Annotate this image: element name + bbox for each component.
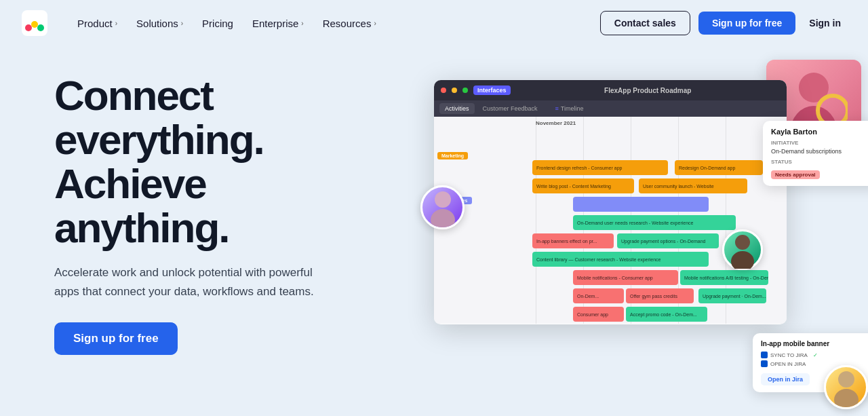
initiative-value: On-Demand subscriptions xyxy=(771,148,868,155)
signup-button-nav[interactable]: Sign up for free xyxy=(698,12,795,35)
timeline-row: Mobile notifications A/B testing - On-De… xyxy=(680,270,768,285)
check-icon: ✓ xyxy=(813,352,818,358)
svg-point-1 xyxy=(25,24,32,31)
jira-icon xyxy=(761,360,768,367)
topbar-tag: Interfaces xyxy=(473,86,511,95)
timeline-row xyxy=(573,197,709,212)
svg-point-3 xyxy=(37,24,44,31)
mockup-timeline: Interfaces FlexApp Product Roadmap Activ… xyxy=(434,80,787,324)
signin-button[interactable]: Sign in xyxy=(804,12,846,35)
timeline-row: Upgrade payment options - On-Demand xyxy=(617,233,719,248)
tab-customer-feedback[interactable]: Customer Feedback xyxy=(477,103,543,114)
chevron-down-icon: › xyxy=(374,20,376,27)
timeline-row: On-Demand user needs research - Website … xyxy=(573,215,736,230)
avatar-mid xyxy=(722,229,763,270)
timeline-row: Accept promo code - On-Dem... xyxy=(626,307,707,322)
timeline-row: Mobile notifications - Consumer app xyxy=(573,270,678,285)
info-card: Kayla Barton INITIATIVE On-Demand subscr… xyxy=(763,121,868,186)
chevron-down-icon: › xyxy=(181,20,183,27)
svg-point-9 xyxy=(435,191,451,208)
nav-product[interactable]: Product › xyxy=(69,12,125,35)
status-label: STATUS xyxy=(771,159,868,165)
initiative-label: INITIATIVE xyxy=(771,140,868,146)
banner-title: In-app mobile banner xyxy=(761,340,868,347)
logo[interactable] xyxy=(22,10,47,36)
status-badge: Needs approval xyxy=(771,170,820,179)
timeline-row: Content library — Customer research - We… xyxy=(532,252,709,267)
jira-icon xyxy=(761,352,768,358)
hero-text: Connect everything. Achieve anything. Ac… xyxy=(54,67,393,355)
nav-actions: Contact sales Sign up for free Sign in xyxy=(600,11,846,35)
banner-row-1: SYNC TO JIRA ✓ xyxy=(761,352,868,358)
timeline-row: Upgrade payment · On-Dem... xyxy=(698,288,766,303)
svg-point-11 xyxy=(735,235,750,250)
mockup-tabs: Activities Customer Feedback ≡ Timeline xyxy=(434,100,787,117)
chevron-down-icon: › xyxy=(301,20,303,27)
tab-activities[interactable]: Activities xyxy=(439,103,475,114)
info-name: Kayla Barton xyxy=(771,128,868,136)
signup-button-hero[interactable]: Sign up for free xyxy=(54,322,178,355)
timeline-row: On-Dem... xyxy=(573,288,624,303)
avatar-left xyxy=(420,185,465,229)
timeline-area: November 2021 Marketing Frontend design … xyxy=(434,117,787,324)
mockup-title: FlexApp Product Roadmap xyxy=(516,87,780,94)
open-jira-button[interactable]: Open in Jira xyxy=(761,373,810,385)
nav-links: Product › Solutions › Pricing Enterprise… xyxy=(69,12,600,35)
chevron-down-icon: › xyxy=(115,20,117,27)
timeline-row: Write blog post - Content Marketing xyxy=(532,178,634,193)
group-marketing: Marketing xyxy=(437,152,468,159)
hero-subtext: Accelerate work and unlock potential wit… xyxy=(54,263,339,300)
tab-timeline[interactable]: ≡ Timeline xyxy=(550,103,589,114)
timeline-row: User community launch - Website xyxy=(639,178,747,193)
contact-sales-button[interactable]: Contact sales xyxy=(600,11,690,35)
svg-point-7 xyxy=(838,371,854,387)
svg-point-10 xyxy=(431,209,455,228)
svg-point-12 xyxy=(731,251,754,269)
nav-pricing[interactable]: Pricing xyxy=(194,12,241,35)
timeline-row: Redesign On-Demand app xyxy=(675,160,763,175)
mockup-topbar: Interfaces FlexApp Product Roadmap xyxy=(434,80,787,100)
timeline-row: Consumer app xyxy=(573,307,624,322)
svg-point-2 xyxy=(31,21,38,28)
timeline-row: Frontend design refresh - Consumer app xyxy=(532,160,668,175)
avatar-small xyxy=(824,365,868,409)
banner-text-2: OPEN IN JIRA xyxy=(770,361,806,367)
nav-solutions[interactable]: Solutions › xyxy=(128,12,191,35)
grid-line xyxy=(536,117,536,324)
svg-point-8 xyxy=(834,389,859,408)
timeline-row: Offer gym pass credits xyxy=(626,288,694,303)
timeline-row: In-app banners effect on pr... xyxy=(532,233,614,248)
hero-section: Connect everything. Achieve anything. Ac… xyxy=(0,46,868,416)
nav-resources[interactable]: Resources › xyxy=(315,12,384,35)
month-label: November 2021 xyxy=(536,120,576,126)
navbar: Product › Solutions › Pricing Enterprise… xyxy=(0,0,868,46)
nav-enterprise[interactable]: Enterprise › xyxy=(244,12,312,35)
hero-visual: Interfaces FlexApp Product Roadmap Activ… xyxy=(420,60,868,413)
banner-text-1: SYNC TO JIRA xyxy=(770,352,808,358)
hero-heading: Connect everything. Achieve anything. xyxy=(54,73,393,250)
